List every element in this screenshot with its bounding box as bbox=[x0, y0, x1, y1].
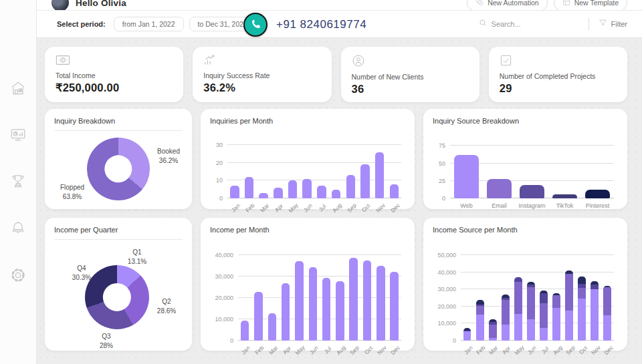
phone-number: +91 8240619774 bbox=[276, 18, 366, 31]
gear-icon[interactable] bbox=[9, 266, 27, 285]
bar-nov bbox=[375, 152, 384, 198]
income-source-per-month-card: Income Source per Month 010,00020,00030,… bbox=[423, 218, 627, 351]
bar-nov bbox=[377, 266, 385, 341]
pie-label-q4: Q430.3% bbox=[72, 264, 91, 282]
bar-slot bbox=[388, 251, 401, 341]
bar-pinterest bbox=[585, 190, 609, 198]
x-tick-label: Sep bbox=[563, 341, 576, 358]
segment-medium-purple bbox=[502, 300, 510, 324]
sidebar bbox=[0, 0, 37, 364]
bar-slot bbox=[486, 251, 499, 341]
y-tick-label: 30,000 bbox=[209, 273, 233, 280]
bar-slot bbox=[347, 251, 360, 341]
x-tick-label: Nov bbox=[374, 341, 387, 358]
inquiry-breakdown-card: Inquiry Breakdown Booked36.2% Flopped63.… bbox=[45, 109, 192, 209]
y-tick-label: 75 bbox=[421, 142, 445, 149]
segment-medium-purple bbox=[540, 303, 548, 328]
segment-light-purple bbox=[591, 289, 599, 341]
y-tick-label: 30 bbox=[199, 142, 223, 148]
greeting-text: Hello Olivia bbox=[76, 0, 126, 8]
y-tick-label: 0 bbox=[421, 195, 445, 202]
stacked-bar-jul bbox=[540, 291, 548, 341]
stacked-bar-dec bbox=[603, 286, 611, 341]
search-placeholder: Search... bbox=[492, 20, 521, 28]
bar-slot bbox=[292, 251, 306, 341]
from-date-button[interactable]: from Jan 1, 2022 bbox=[114, 17, 184, 31]
bar-slot bbox=[601, 251, 614, 341]
pie-label-booked: Booked36.2% bbox=[157, 147, 180, 165]
x-tick-label: Instagram bbox=[516, 198, 548, 216]
x-tick-label: Jul bbox=[320, 341, 333, 358]
bar-slot bbox=[343, 142, 358, 198]
search-input[interactable]: Search... bbox=[479, 18, 579, 30]
segment-light-purple bbox=[565, 311, 573, 341]
bell-icon[interactable] bbox=[9, 219, 27, 238]
bar-feb bbox=[254, 292, 263, 341]
segment-medium-purple bbox=[527, 287, 535, 319]
bar-slot bbox=[483, 142, 516, 198]
bar-slot bbox=[306, 251, 320, 341]
bar-jan bbox=[230, 186, 239, 198]
bar-slot bbox=[372, 142, 387, 198]
x-tick-label: May bbox=[292, 341, 306, 358]
segment-light-purple bbox=[476, 315, 484, 341]
filter-icon bbox=[599, 18, 607, 30]
segment-medium-purple bbox=[476, 306, 484, 315]
filter-button[interactable]: Filter bbox=[599, 18, 627, 30]
analytics-monitor-icon[interactable] bbox=[9, 126, 27, 144]
bar-jan bbox=[241, 321, 249, 341]
x-tick-label: Mar bbox=[486, 341, 499, 358]
x-tick-label: Nov bbox=[588, 341, 601, 358]
dashboard-content: Total Income ₹250,000.00 Inquiry Success… bbox=[37, 38, 642, 364]
y-tick-label: 50 bbox=[421, 160, 445, 167]
x-tick-label: Jul bbox=[537, 341, 550, 358]
bar-slot bbox=[588, 251, 601, 341]
inquiry-breakdown-donut-area: Booked36.2% Flopped63.8% bbox=[54, 131, 183, 206]
stacked-bar-jan bbox=[463, 328, 471, 341]
bar-slot bbox=[576, 251, 588, 341]
bar-jul bbox=[317, 186, 326, 198]
bar-slot bbox=[251, 251, 265, 341]
kpi-inquiry-success-rate: Inquiry Success Rate 36.2% bbox=[193, 47, 331, 102]
pie-label-q2: Q228.6% bbox=[157, 297, 176, 315]
x-axis-labels: JanFebMarAprMayJunJulAugSepOctNovDec bbox=[238, 341, 401, 358]
bar-aug bbox=[332, 190, 340, 198]
new-template-button[interactable]: New Template bbox=[554, 0, 627, 11]
income-per-quarter-donut bbox=[85, 265, 149, 329]
segment-dark-purple bbox=[591, 285, 599, 290]
x-tick-label: Sep bbox=[343, 198, 358, 216]
x-tick-label: Oct bbox=[360, 341, 374, 358]
kpi-total-income: Total Income ₹250,000.00 bbox=[45, 47, 183, 102]
segment-light-purple bbox=[502, 325, 510, 341]
bar-slot bbox=[256, 142, 271, 198]
trophy-icon[interactable] bbox=[9, 172, 27, 191]
chart-title: Inquiry Source Breakdown bbox=[433, 117, 618, 125]
avatar[interactable] bbox=[51, 0, 69, 11]
bar-mar bbox=[268, 313, 277, 341]
stacked-bar-nov bbox=[591, 281, 599, 341]
kpi-value: 36.2% bbox=[203, 81, 320, 94]
banknote-icon bbox=[56, 57, 70, 68]
phone-call-button[interactable] bbox=[243, 13, 268, 37]
new-automation-button[interactable]: New Automation bbox=[467, 0, 547, 11]
chart-title: Income Source per Month bbox=[433, 226, 618, 234]
y-tick-label: 40,000 bbox=[209, 252, 233, 258]
select-period-label: Select period: bbox=[57, 20, 106, 28]
bar-may bbox=[295, 261, 304, 341]
bars-container bbox=[238, 251, 401, 341]
stacked-bar-sep bbox=[565, 270, 573, 341]
segment-dark-purple bbox=[540, 293, 548, 303]
x-tick-label: Oct bbox=[358, 198, 372, 216]
bar-slot bbox=[227, 142, 242, 198]
x-tick-label: Aug bbox=[333, 341, 346, 358]
x-tick-label: Email bbox=[483, 198, 516, 216]
stacked-bar-mar bbox=[489, 319, 497, 341]
chart-title: Income per Month bbox=[210, 226, 405, 234]
home-icon[interactable] bbox=[9, 79, 27, 98]
bars-container bbox=[461, 251, 614, 341]
segment-light-purple bbox=[514, 314, 522, 341]
bar-apr bbox=[282, 283, 290, 341]
x-tick-label: Jun bbox=[300, 198, 314, 216]
period-toolbar: Select period: from Jan 1, 2022 to Dec 3… bbox=[37, 11, 642, 38]
y-tick-label: 30,000 bbox=[432, 286, 456, 293]
